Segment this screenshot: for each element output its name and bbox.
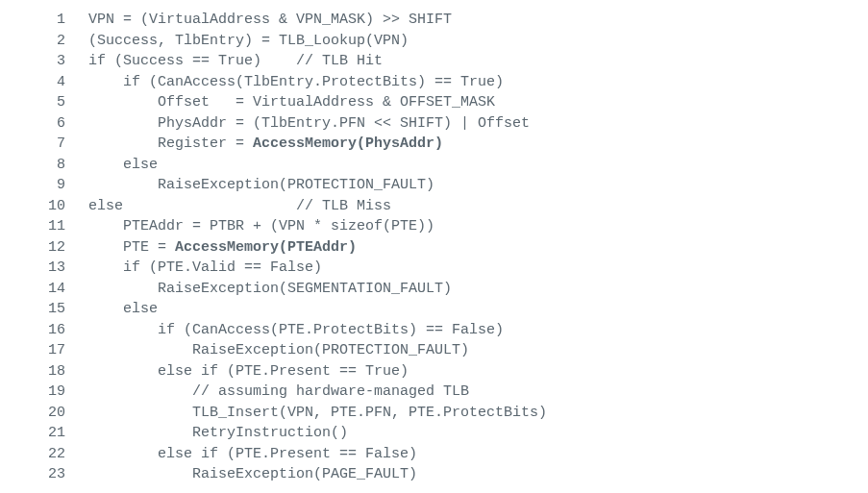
code-line: 3if (Success == True) // TLB Hit [0,51,868,72]
code-segment: (Success, TlbEntry) = TLB_Lookup(VPN) [88,33,409,49]
code-line: 13 if (PTE.Valid == False) [0,258,868,279]
code-line: 14 RaiseException(SEGMENTATION_FAULT) [0,279,868,300]
line-number: 11 [0,216,88,237]
code-text: if (PTE.Valid == False) [88,258,868,279]
code-text: if (Success == True) // TLB Hit [88,51,868,72]
code-segment: if (PTE.Valid == False) [88,259,322,276]
code-line: 20 TLB_Insert(VPN, PTE.PFN, PTE.ProtectB… [0,403,868,424]
line-number: 7 [0,134,88,155]
code-segment: else // TLB Miss [88,198,391,214]
code-line: 23 RaiseException(PAGE_FAULT) [0,464,868,485]
line-number: 15 [0,299,88,320]
line-number: 2 [0,31,88,52]
line-number: 18 [0,361,88,382]
code-text: RaiseException(PAGE_FAULT) [88,464,868,485]
code-segment: PTE = [88,239,175,256]
code-bold-segment: AccessMemory(PhysAddr) [253,136,443,152]
line-number: 20 [0,403,88,424]
code-line: 7 Register = AccessMemory(PhysAddr) [0,134,868,155]
line-number: 13 [0,258,88,279]
line-number: 12 [0,237,88,259]
code-bold-segment: AccessMemory(PTEAddr) [175,239,357,256]
code-line: 10else // TLB Miss [0,196,868,217]
code-segment: RaiseException(PAGE_FAULT) [88,466,417,482]
code-line: 17 RaiseException(PROTECTION_FAULT) [0,340,868,361]
code-text: RetryInstruction() [88,423,868,444]
code-segment: PhysAddr = (TlbEntry.PFN << SHIFT) | Off… [88,115,530,132]
code-text: else // TLB Miss [88,196,868,217]
code-line: 15 else [0,299,868,320]
line-number: 19 [0,382,88,403]
code-line: 22 else if (PTE.Present == False) [0,444,868,465]
code-text: else if (PTE.Present == True) [88,361,868,382]
code-line: 11 PTEAddr = PTBR + (VPN * sizeof(PTE)) [0,216,868,237]
code-text: if (CanAccess(TlbEntry.ProtectBits) == T… [88,72,868,93]
code-segment: Register = [88,136,253,152]
code-text: else if (PTE.Present == False) [88,444,868,465]
line-number: 14 [0,279,88,300]
code-segment: // assuming hardware-managed TLB [88,383,469,400]
line-number: 1 [0,10,88,31]
code-line: 12 PTE = AccessMemory(PTEAddr) [0,237,868,259]
line-number: 5 [0,92,88,113]
line-number: 10 [0,196,88,217]
code-text: PhysAddr = (TlbEntry.PFN << SHIFT) | Off… [88,113,868,135]
line-number: 22 [0,444,88,465]
code-text: (Success, TlbEntry) = TLB_Lookup(VPN) [88,31,868,52]
code-text: Register = AccessMemory(PhysAddr) [88,134,868,155]
code-segment: TLB_Insert(VPN, PTE.PFN, PTE.ProtectBits… [88,405,547,421]
code-text: PTEAddr = PTBR + (VPN * sizeof(PTE)) [88,216,868,237]
code-text: RaiseException(PROTECTION_FAULT) [88,175,868,196]
code-line: 4 if (CanAccess(TlbEntry.ProtectBits) ==… [0,72,868,93]
code-text: if (CanAccess(PTE.ProtectBits) == False) [88,320,868,341]
code-text: RaiseException(PROTECTION_FAULT) [88,340,868,361]
code-segment: Offset = VirtualAddress & OFFSET_MASK [88,94,495,111]
code-text: PTE = AccessMemory(PTEAddr) [88,237,868,259]
line-number: 6 [0,113,88,135]
line-number: 16 [0,320,88,341]
code-segment: if (CanAccess(PTE.ProtectBits) == False) [88,322,504,338]
line-number: 9 [0,175,88,196]
line-number: 21 [0,423,88,444]
code-segment: VPN = (VirtualAddress & VPN_MASK) >> SHI… [88,12,452,28]
line-number: 3 [0,51,88,72]
code-line: 1VPN = (VirtualAddress & VPN_MASK) >> SH… [0,10,868,31]
code-listing: 1VPN = (VirtualAddress & VPN_MASK) >> SH… [0,0,868,493]
code-segment: else [88,301,158,317]
code-text: Offset = VirtualAddress & OFFSET_MASK [88,92,868,113]
code-segment: else if (PTE.Present == True) [88,363,409,380]
code-segment: RaiseException(PROTECTION_FAULT) [88,177,434,193]
code-text: // assuming hardware-managed TLB [88,382,868,403]
code-line: 6 PhysAddr = (TlbEntry.PFN << SHIFT) | O… [0,113,868,135]
code-text: else [88,299,868,320]
code-text: else [88,155,868,176]
code-segment: if (Success == True) // TLB Hit [88,53,383,69]
code-line: 8 else [0,155,868,176]
code-segment: PTEAddr = PTBR + (VPN * sizeof(PTE)) [88,218,434,234]
code-segment: RaiseException(PROTECTION_FAULT) [88,342,469,358]
code-line: 18 else if (PTE.Present == True) [0,361,868,382]
code-line: 21 RetryInstruction() [0,423,868,444]
code-segment: if (CanAccess(TlbEntry.ProtectBits) == T… [88,74,504,90]
code-line: 2(Success, TlbEntry) = TLB_Lookup(VPN) [0,31,868,52]
code-text: TLB_Insert(VPN, PTE.PFN, PTE.ProtectBits… [88,403,868,424]
line-number: 8 [0,155,88,176]
code-line: 16 if (CanAccess(PTE.ProtectBits) == Fal… [0,320,868,341]
code-text: VPN = (VirtualAddress & VPN_MASK) >> SHI… [88,10,868,31]
code-text: RaiseException(SEGMENTATION_FAULT) [88,279,868,300]
code-segment: RaiseException(SEGMENTATION_FAULT) [88,281,452,297]
code-line: 5 Offset = VirtualAddress & OFFSET_MASK [0,92,868,113]
code-line: 19 // assuming hardware-managed TLB [0,382,868,403]
code-segment: else [88,157,158,173]
code-segment: else if (PTE.Present == False) [88,446,417,462]
code-line: 9 RaiseException(PROTECTION_FAULT) [0,175,868,196]
line-number: 23 [0,464,88,485]
code-segment: RetryInstruction() [88,425,348,441]
line-number: 17 [0,340,88,361]
line-number: 4 [0,72,88,93]
